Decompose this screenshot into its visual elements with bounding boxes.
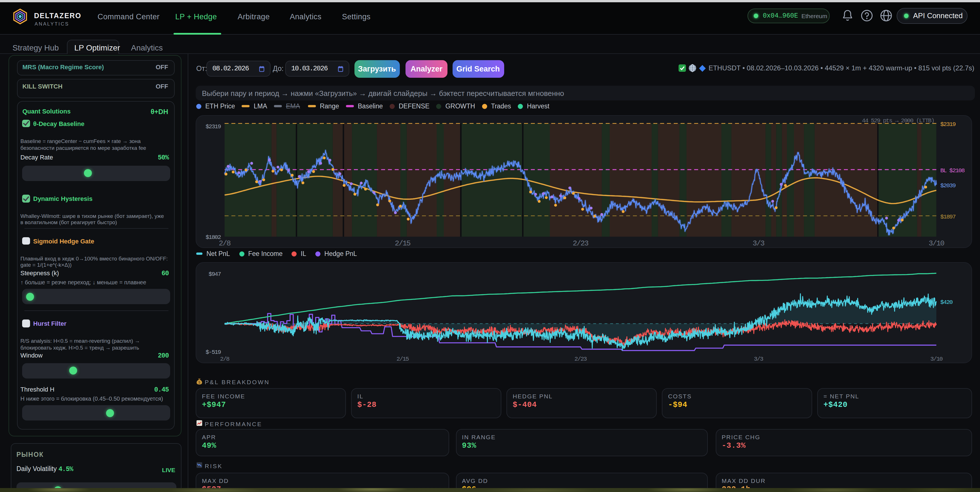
svg-text:3/3: 3/3 [752,239,764,248]
svg-text:3/10: 3/10 [931,356,943,362]
svg-text:3/10: 3/10 [929,239,944,248]
svg-text:BL $2108: BL $2108 [940,168,965,174]
svg-text:2/15: 2/15 [395,239,410,248]
svg-text:3/3: 3/3 [754,356,764,362]
svg-text:$947: $947 [209,271,221,278]
svg-text:$1897: $1897 [940,214,955,220]
svg-text:2/23: 2/23 [573,239,589,248]
svg-text:$: $ [198,380,200,385]
svg-text:44 529 pts → 2000 (LTTB): 44 529 pts → 2000 (LTTB) [862,117,934,124]
svg-text:$2319: $2319 [205,123,221,130]
svg-text:2/15: 2/15 [396,356,409,362]
svg-text:2/8: 2/8 [219,239,231,248]
svg-text:$2319: $2319 [940,121,956,128]
svg-text:2/23: 2/23 [574,356,587,362]
svg-text:$2039: $2039 [940,182,956,189]
svg-text:$-519: $-519 [205,349,221,356]
svg-text:2/8: 2/8 [220,356,229,362]
svg-text:$420: $420 [940,299,953,305]
